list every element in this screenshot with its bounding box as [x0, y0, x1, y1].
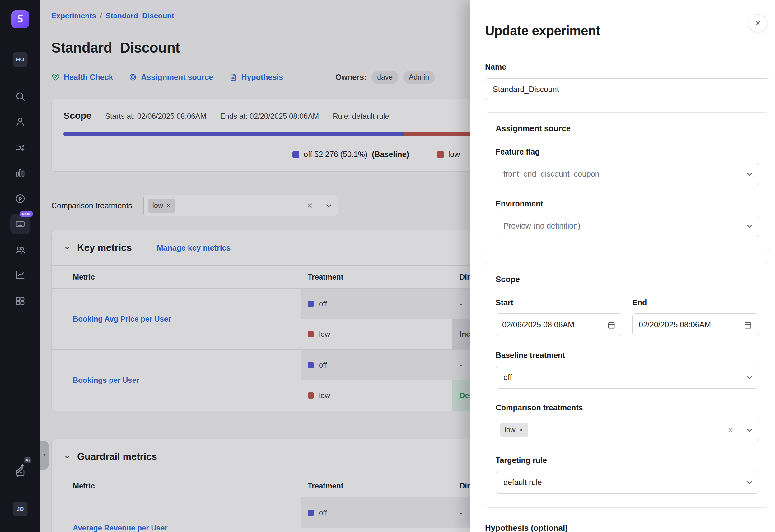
treatment-swatch — [308, 362, 314, 368]
select-chevron-zone[interactable] — [320, 201, 338, 210]
panel-title: Update experiment — [485, 23, 769, 39]
treatment-swatch — [308, 392, 314, 399]
allocation-bar-baseline-segment — [63, 132, 405, 136]
comparison-treatments-select[interactable]: low — [143, 195, 338, 216]
environment-label: Environment — [496, 199, 759, 208]
calendar-icon — [744, 321, 752, 329]
scope-starts: Starts at: 02/06/2025 08:06AM — [105, 112, 206, 121]
key-metrics-title: Key metrics — [77, 242, 132, 253]
health-check-link[interactable]: Health Check — [51, 73, 113, 82]
breadcrumb-experiments[interactable]: Experiments — [51, 12, 96, 20]
treatment-swatch — [308, 510, 314, 516]
metric-link[interactable]: Bookings per User — [52, 350, 301, 411]
scope-group-title: Scope — [496, 275, 759, 284]
statsig-logo[interactable] — [11, 10, 29, 28]
start-date-input[interactable]: 02/06/2025 08:06AM — [496, 313, 622, 336]
audiences-icon[interactable] — [13, 243, 27, 257]
legend-swatch-purple — [292, 151, 299, 158]
name-input[interactable] — [485, 78, 769, 100]
treatment-swatch — [308, 331, 314, 337]
chip-remove-icon[interactable] — [166, 203, 171, 208]
treatment-chip-low[interactable]: low — [500, 423, 528, 437]
environment-select[interactable]: Preview (no definition) — [496, 215, 759, 237]
manage-key-metrics-link[interactable]: Manage key metrics — [157, 243, 231, 252]
legend-item-off: off 52,276 (50.1%) (Baseline) — [292, 150, 409, 159]
legend-item-low: low — [437, 150, 460, 159]
user-avatar-badge[interactable]: JO — [13, 502, 28, 516]
play-circle-icon[interactable] — [13, 192, 27, 206]
product-analytics-keyboard-icon[interactable]: NEW — [10, 214, 30, 234]
dashboards-grid-icon[interactable] — [13, 294, 27, 308]
end-date-input[interactable]: 02/20/2025 08:06AM — [632, 313, 759, 336]
clear-selection-icon[interactable] — [306, 201, 314, 210]
owners-label: Owners: — [335, 73, 366, 82]
health-check-heart-icon — [51, 73, 60, 81]
metrics-chart-icon[interactable] — [13, 268, 27, 282]
workspace-badge[interactable]: HO — [13, 52, 28, 67]
chevron-down-icon — [745, 373, 754, 382]
guardrail-metrics-title: Guardrail metrics — [77, 451, 157, 462]
targeting-rule-label: Targeting rule — [496, 456, 759, 465]
metric-link[interactable]: Average Revenue per User — [52, 497, 301, 532]
chip-remove-icon[interactable] — [519, 428, 524, 433]
chevron-down-icon — [745, 426, 754, 434]
collapse-chevron-icon[interactable] — [63, 244, 71, 252]
ai-badge: AI — [24, 457, 31, 463]
treatment-swatch — [308, 301, 314, 307]
assignment-source-title: Assignment source — [496, 124, 759, 133]
end-label: End — [632, 298, 759, 307]
treatment-chip-low[interactable]: low — [148, 199, 176, 213]
baseline-treatment-label: Baseline treatment — [496, 350, 759, 360]
owner-chip: dave — [371, 71, 398, 84]
experiments-icon[interactable] — [13, 166, 27, 180]
scope-ends: Ends at: 02/20/2025 08:06AM — [220, 112, 319, 121]
sidebar-expand-handle[interactable] — [40, 441, 49, 470]
hypothesis-label: Hypothesis (optional) — [485, 523, 769, 532]
close-button[interactable] — [749, 14, 767, 32]
close-icon — [754, 20, 762, 27]
chevron-down-icon — [745, 170, 754, 178]
breadcrumb-separator: / — [100, 12, 102, 20]
clear-selection-icon[interactable] — [726, 426, 735, 434]
scope-group: Scope Start 02/06/2025 08:06AM End 02/20… — [485, 263, 769, 508]
feature-flag-select[interactable]: front_end_discount_coupon — [496, 163, 759, 185]
user-icon[interactable] — [13, 115, 27, 128]
legend-swatch-red — [437, 151, 444, 158]
scope-card-title: Scope — [63, 110, 91, 121]
search-icon[interactable] — [13, 90, 27, 103]
owners-group: Owners: dave Admin — [335, 71, 435, 84]
chevron-down-icon — [745, 479, 754, 487]
support-chat-icon[interactable] — [13, 467, 27, 480]
baseline-treatment-select[interactable]: off — [496, 366, 759, 389]
new-badge: NEW — [20, 211, 33, 217]
comparison-treatments-label: Comparison treatments — [496, 403, 759, 412]
assignment-source-link[interactable]: Assignment source — [128, 73, 213, 82]
comparison-treatments-label: Comparison treatments — [51, 201, 132, 210]
sidebar: HO NEW AI — [0, 0, 40, 532]
owner-chip: Admin — [403, 71, 435, 84]
chevron-down-icon — [325, 201, 333, 210]
chevron-down-icon — [745, 222, 754, 230]
bullseye-icon — [128, 73, 137, 81]
targeting-rule-select[interactable]: default rule — [496, 471, 759, 494]
update-experiment-panel: Update experiment Name Assignment source… — [470, 0, 775, 532]
start-label: Start — [496, 298, 622, 307]
document-icon — [229, 73, 237, 81]
name-label: Name — [485, 62, 769, 72]
calendar-icon — [607, 321, 616, 329]
chevron-right-icon — [42, 452, 47, 458]
app-root: HO NEW AI — [0, 0, 775, 532]
hypothesis-link[interactable]: Hypothesis — [229, 73, 283, 82]
feature-flags-icon[interactable] — [13, 141, 27, 155]
metric-link[interactable]: Booking Avg Price per User — [52, 289, 301, 349]
assignment-source-group: Assignment source Feature flag front_end… — [485, 112, 769, 251]
collapse-chevron-icon[interactable] — [63, 453, 71, 460]
feature-flag-label: Feature flag — [496, 147, 759, 156]
breadcrumb-current[interactable]: Standard_Discount — [106, 12, 174, 20]
scope-rule: Rule: default rule — [332, 112, 389, 121]
comparison-treatments-select[interactable]: low — [496, 419, 759, 441]
